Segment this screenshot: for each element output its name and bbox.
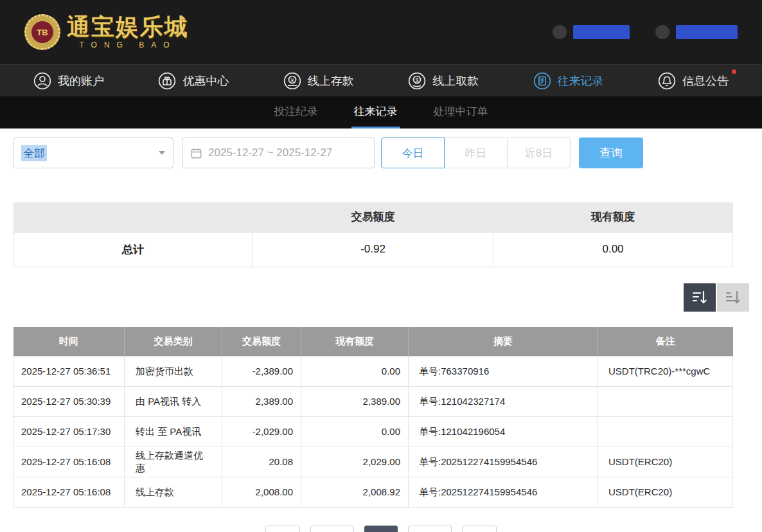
table-header-row: 时间 交易类别 交易额度 现有额度 摘要 备注 <box>13 327 733 357</box>
withdraw-coin-icon: $ <box>408 72 426 90</box>
cell-amount: -2,389.00 <box>222 357 301 387</box>
summary-table: 交易额度 现有额度 总计 -0.92 0.00 <box>13 202 733 267</box>
cell-summary: 单号:121042327174 <box>409 387 598 417</box>
cell-time: 2025-12-27 05:16:08 <box>13 477 125 508</box>
last-8-days-button[interactable]: 近8日 <box>507 137 571 168</box>
transactions-table: 时间 交易类别 交易额度 现有额度 摘要 备注 2025-12-27 05:36… <box>13 327 733 508</box>
cell-type: 由 PA视讯 转入 <box>125 387 222 417</box>
date-range-input[interactable]: 2025-12-27 ~ 2025-12-27 <box>182 137 375 168</box>
nav-item-deposit[interactable]: ¥ 线上存款 <box>283 72 354 90</box>
table-row: 2025-12-27 05:17:30 转出 至 PA视讯 -2,029.00 … <box>13 417 733 447</box>
cell-amount: -2,029.00 <box>222 417 301 447</box>
main-navigation: 我的账户 优惠中心 ¥ 线上存款 $ 线上取款 往来记录 信息公告 <box>0 64 762 96</box>
cell-balance: 0.00 <box>301 417 409 447</box>
cell-summary: 单号:202512274159954546 <box>409 477 598 508</box>
tab-transaction-records[interactable]: 往来记录 <box>351 96 400 129</box>
table-row: 2025-12-27 05:30:39 由 PA视讯 转入 2,389.00 2… <box>13 387 733 417</box>
next-page-button[interactable]: 下一页 <box>408 526 452 532</box>
summary-header-row: 交易额度 现有额度 <box>13 202 733 232</box>
summary-total-row: 总计 -0.92 0.00 <box>13 232 733 267</box>
table-row: 2025-12-27 05:16:08 线上存款 2,008.00 2,008.… <box>13 477 733 508</box>
sort-descending-button[interactable] <box>684 283 716 312</box>
quick-date-buttons: 今日 昨日 近8日 <box>381 137 571 168</box>
calendar-icon <box>190 147 202 159</box>
nav-item-label: 线上取款 <box>432 73 479 89</box>
prev-page-button[interactable]: 上一页 <box>310 526 354 532</box>
summary-header-blank <box>13 202 253 232</box>
gift-icon <box>158 72 176 90</box>
cell-summary: 单号:763370916 <box>409 357 598 387</box>
nav-item-promotions[interactable]: 优惠中心 <box>158 72 229 90</box>
yesterday-button[interactable]: 昨日 <box>444 137 508 168</box>
date-range-value: 2025-12-27 ~ 2025-12-27 <box>208 146 332 159</box>
cell-summary: 单号:121042196054 <box>409 417 598 447</box>
cell-time: 2025-12-27 05:30:39 <box>13 387 125 417</box>
today-button[interactable]: 今日 <box>381 137 445 168</box>
cell-balance: 2,389.00 <box>301 387 409 417</box>
nav-item-label: 我的账户 <box>58 73 104 89</box>
coin-logo-label: TB <box>31 21 53 43</box>
cell-time: 2025-12-27 05:17:30 <box>13 417 125 447</box>
deposit-coin-icon: ¥ <box>283 72 301 90</box>
nav-item-my-account[interactable]: 我的账户 <box>33 72 104 90</box>
sort-ascending-icon <box>725 289 741 306</box>
summary-total-label: 总计 <box>13 232 253 267</box>
col-header-type: 交易类别 <box>125 327 222 357</box>
tab-processing-orders[interactable]: 处理中订单 <box>431 96 491 129</box>
svg-text:¥: ¥ <box>290 76 294 83</box>
cell-time: 2025-12-27 05:36:51 <box>13 357 125 387</box>
cell-balance: 2,029.00 <box>301 447 409 477</box>
cell-note: USDT(ERC20) <box>598 447 733 477</box>
user-badge-icon <box>553 25 567 39</box>
redacted-balance <box>676 25 738 39</box>
brand-title: 通宝娱乐城 <box>67 15 189 39</box>
cell-amount: 20.08 <box>222 447 301 477</box>
nav-item-label: 信息公告 <box>682 73 729 89</box>
type-dropdown-value: 全部 <box>21 145 47 161</box>
col-header-summary: 摘要 <box>409 327 598 357</box>
first-page-button[interactable]: 首页 <box>265 526 300 532</box>
cell-type: 线上存款 <box>125 477 222 508</box>
search-button[interactable]: 查询 <box>579 137 643 168</box>
tab-betting-records[interactable]: 投注纪录 <box>272 96 321 129</box>
coin-logo-icon: TB <box>24 14 60 50</box>
wallet-badge-icon <box>655 25 669 39</box>
chevron-down-icon <box>159 151 165 155</box>
nav-item-label: 往来记录 <box>558 73 604 89</box>
tab-label: 投注纪录 <box>274 104 318 119</box>
summary-header-balance: 现有额度 <box>493 202 733 232</box>
cell-amount: 2,008.00 <box>222 477 301 508</box>
sort-ascending-button[interactable] <box>717 283 749 312</box>
nav-item-withdraw[interactable]: $ 线上取款 <box>408 72 479 90</box>
cell-balance: 2,008.92 <box>301 477 409 508</box>
nav-item-transactions[interactable]: 往来记录 <box>533 72 604 90</box>
cell-amount: 2,389.00 <box>222 387 301 417</box>
nav-item-label: 线上存款 <box>308 73 354 89</box>
nav-item-label: 优惠中心 <box>182 73 229 89</box>
summary-total-amount: -0.92 <box>253 232 493 267</box>
bell-icon <box>658 72 676 90</box>
cell-note: USDT(ERC20) <box>598 477 733 508</box>
pagination: 首页 上一页 1 下一页 尾页 <box>0 526 762 532</box>
last-page-button[interactable]: 尾页 <box>462 526 497 532</box>
top-bar: TB 通宝娱乐城 TONG BAO <box>0 0 762 64</box>
notification-dot <box>732 69 736 74</box>
account-info-redacted <box>553 25 630 39</box>
cell-summary: 单号:202512274159954546 <box>409 447 598 477</box>
page-number-button[interactable]: 1 <box>364 526 398 532</box>
user-icon <box>33 72 51 90</box>
tab-label: 处理中订单 <box>434 104 488 119</box>
col-header-time: 时间 <box>13 327 125 357</box>
cell-type: 线上存款通道优惠 <box>125 447 222 477</box>
sort-controls <box>13 283 749 312</box>
col-header-amount: 交易额度 <box>222 327 301 357</box>
summary-header-amount: 交易额度 <box>253 202 493 232</box>
records-icon <box>533 72 551 90</box>
brand-logo[interactable]: TB 通宝娱乐城 TONG BAO <box>24 14 189 50</box>
cell-note <box>598 387 733 417</box>
type-dropdown[interactable]: 全部 <box>13 137 173 168</box>
cell-time: 2025-12-27 05:16:08 <box>13 447 125 477</box>
cell-type: 转出 至 PA视讯 <box>125 417 222 447</box>
table-row: 2025-12-27 05:16:08 线上存款通道优惠 20.08 2,029… <box>13 447 733 477</box>
nav-item-announcements[interactable]: 信息公告 <box>658 72 729 90</box>
